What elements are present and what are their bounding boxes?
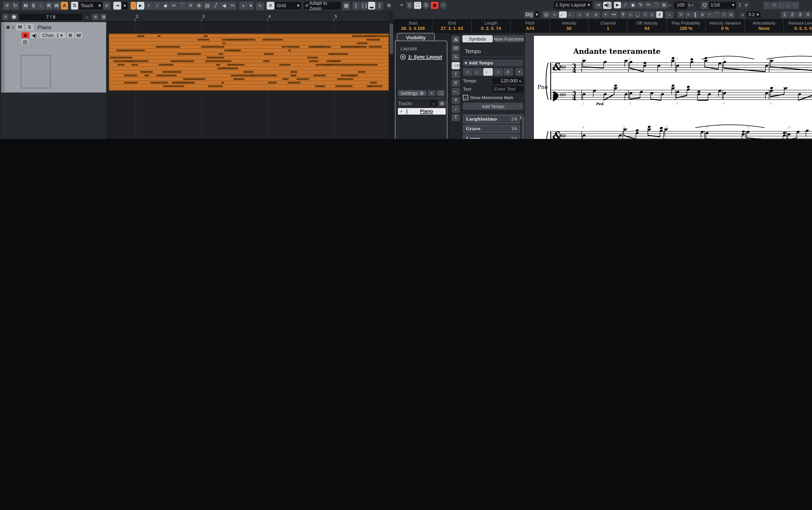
tempo-dot-icon[interactable]: • — [515, 68, 523, 76]
tuplet-icon[interactable]: ♪ — [627, 11, 634, 18]
tuplet-ratio-select[interactable]: 3:2▾ — [746, 11, 761, 18]
zone-right-button[interactable]: ⟧ — [376, 2, 383, 9]
mute-tool-icon[interactable]: ✕ — [187, 2, 194, 9]
delete-layout-button[interactable]: ⌫ — [437, 90, 445, 96]
glue-tool-icon[interactable]: ⌒ — [178, 2, 186, 9]
symbol-category-1-icon[interactable]: ♯♯ — [452, 45, 460, 52]
mute-button[interactable]: M — [16, 24, 24, 30]
read-button[interactable]: R — [67, 32, 74, 38]
step-input-icon[interactable]: ⫶ — [763, 1, 770, 9]
tie-button[interactable]: ⌣ — [665, 11, 673, 18]
track-name[interactable]: Piano — [37, 24, 51, 30]
project-ruler[interactable]: 2345 — [106, 12, 389, 22]
dq-button[interactable]: DQ — [524, 11, 534, 18]
erase-tool-icon[interactable]: ◆ — [162, 2, 170, 9]
tempo-note-value-0-icon[interactable]: ○ — [463, 68, 473, 76]
insert-down-icon[interactable]: ↓♩ — [785, 1, 791, 9]
home-icon[interactable]: ⌂ — [430, 100, 437, 106]
midi-input-icon[interactable]: ➜ — [771, 1, 777, 9]
info-field-pitch[interactable]: PitchA#3 — [511, 19, 550, 33]
articulation-3-icon[interactable]: ∧ — [699, 11, 705, 18]
snap-curve-icon[interactable]: ∿ — [256, 1, 264, 10]
panel-splitter[interactable] — [398, 98, 445, 98]
redo-button[interactable]: ↻ — [11, 2, 19, 9]
snap-mini-icon[interactable]: ⫶ — [130, 2, 136, 9]
tuplet-note-icon[interactable]: ♫ — [739, 11, 746, 18]
draw-tool-icon[interactable]: ∕ — [622, 2, 629, 8]
dot-1-icon[interactable]: • — [602, 11, 610, 18]
note-value-4-icon[interactable]: ♪ — [576, 11, 583, 18]
keyboard-icon[interactable]: ▦ — [342, 1, 350, 10]
record-enable-button[interactable] — [22, 32, 29, 38]
automation-icon[interactable]: ⇅ — [71, 2, 78, 9]
feedback-icon[interactable]: ◑ — [440, 1, 447, 9]
articulation-1-icon[interactable]: • — [685, 11, 691, 18]
range-tool-icon[interactable]: I — [145, 2, 153, 9]
play-tool-icon[interactable]: ◀ — [220, 2, 228, 9]
symbol-category-5-icon[interactable]: tr — [452, 79, 460, 87]
grid-type-select[interactable]: #Adapt to Zoom — [304, 2, 341, 9]
automation-edit-button[interactable]: e — [103, 2, 111, 9]
add-layout-button[interactable]: + — [428, 90, 435, 96]
tempo-text-input[interactable]: Enter Text — [492, 86, 523, 92]
articulation-5-icon[interactable]: ‾ — [714, 11, 720, 18]
settings-button[interactable]: Settings⚙ — [398, 90, 426, 96]
score-notation[interactable]: Andante teneramentePno&♯♯♯♯♯♯34341122334… — [534, 36, 812, 139]
info-field-velocity-variance[interactable]: Velocity Variance0 % — [706, 19, 745, 33]
add-track-button[interactable]: + — [2, 13, 9, 20]
tab-symbols[interactable]: Symbols — [462, 35, 492, 42]
glue-tool-icon[interactable]: ⌒ — [653, 2, 660, 8]
fermata-icon[interactable]: ◡ — [634, 11, 641, 18]
info-field-off-velocity[interactable]: Off Velocity64 — [628, 19, 667, 33]
symbol-category-0-icon[interactable]: & — [452, 36, 460, 43]
info-field-end[interactable]: End27. 3. 1. 63 — [433, 19, 472, 33]
state-button-l[interactable]: L — [37, 2, 44, 9]
solo-button[interactable]: S — [26, 24, 33, 30]
symbol-category-3-icon[interactable]: ♩=72 — [452, 62, 460, 69]
new-window-icon[interactable]: ▯ — [406, 1, 413, 9]
search-icon[interactable]: ⊕ — [439, 100, 446, 106]
accidental-sharp-icon[interactable]: ♯ — [656, 11, 663, 18]
home-icon[interactable]: ⌂ — [84, 13, 91, 20]
add-tempo-button[interactable]: Add Tempo — [463, 103, 523, 110]
autoscroll-icon[interactable]: ⇥ — [113, 2, 121, 9]
autoscroll-icon[interactable]: ⇥ — [594, 1, 602, 9]
write-button[interactable]: W — [75, 32, 82, 38]
quantize-select[interactable]: 1/16▾ — [709, 1, 736, 9]
tempo-list-item[interactable]: Grave36 — [463, 125, 520, 133]
zoom-tool-icon[interactable]: ⊕ — [660, 2, 668, 8]
score-solo-button[interactable]: S — [422, 1, 429, 9]
insert-velocity-value[interactable]: 100 — [674, 1, 687, 9]
state-button-a[interactable]: A — [61, 2, 68, 9]
state-button-w[interactable]: W — [53, 2, 60, 9]
zone-left-button[interactable]: ⟦ — [353, 2, 360, 9]
zone-inspector-button[interactable]: ❘⟧ — [360, 2, 367, 9]
edit-channel-icon[interactable]: ▤ — [22, 39, 29, 45]
accidental-flat-icon[interactable]: ♭ — [649, 11, 656, 18]
info-field-start[interactable]: Start26. 3. 4.109 — [394, 19, 433, 33]
midi-part-piano[interactable] — [109, 33, 389, 91]
automation-mode-select[interactable]: Touch▾ — [79, 2, 102, 9]
info-field-release-length[interactable]: Release Length0. 0. 0. 0 — [784, 19, 812, 33]
line-tool-icon[interactable]: ╱ — [212, 2, 219, 9]
symbol-category-8-icon[interactable]: ♪ — [452, 105, 460, 113]
voice-3-button[interactable]: 3 — [796, 11, 804, 18]
note-value-2-icon[interactable]: ♩ — [559, 11, 567, 18]
tempo-note-value-2-icon[interactable]: ♩ — [483, 68, 493, 76]
articulation-0-icon[interactable]: > — [678, 11, 684, 18]
setup-toolbar-icon[interactable]: ⚙ — [385, 2, 393, 9]
articulation-7-icon[interactable]: ∪ — [728, 11, 734, 18]
grace-note-icon[interactable]: ♰ — [620, 11, 626, 18]
iterative-quantize-icon[interactable]: ⁒ — [737, 1, 743, 9]
tab-note-functions[interactable]: Note Functions — [494, 35, 524, 42]
split-tool-icon[interactable]: ✂ — [645, 2, 652, 8]
split-tool-icon[interactable]: ✂ — [170, 2, 178, 9]
tempo-list-scrollbar[interactable] — [522, 116, 524, 139]
color-tool-icon[interactable]: ↪ — [229, 2, 236, 9]
pin-icon[interactable]: ➢ — [398, 1, 405, 9]
state-button-r[interactable]: R — [45, 2, 53, 9]
info-field-length[interactable]: Length0. 2. 0. 74 — [472, 19, 511, 33]
expand-icon[interactable]: ⛶ — [414, 1, 421, 9]
tempo-list-item[interactable]: Larghissimo24 — [463, 115, 520, 123]
audition-icon[interactable]: ◀)) — [603, 1, 611, 9]
